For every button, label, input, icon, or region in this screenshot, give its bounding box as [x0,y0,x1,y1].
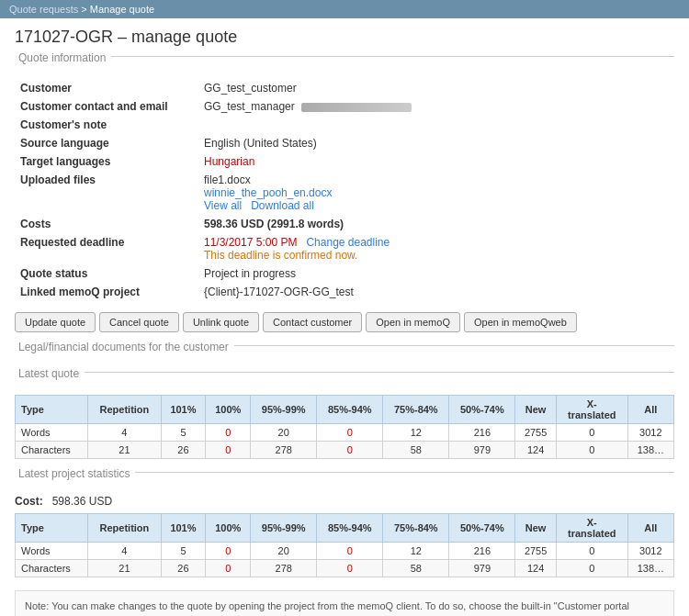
cell-p100: 0 [206,424,251,442]
cell-p7584: 12 [383,543,449,560]
latest-quote-table-container: Type Repetition 101% 100% 95%-99% 85%-94… [15,395,674,459]
cell-p5074: 216 [449,424,515,442]
col-repetition: Repetition [88,396,161,424]
cell-p101: 5 [161,424,206,442]
cell-p8594: 0 [317,543,383,560]
breadcrumb-parent[interactable]: Quote requests [9,4,78,15]
cell-all: 3012 [627,424,673,442]
file2: winnie_the_pooh_en.docx [204,186,669,199]
latest-quote-table: Type Repetition 101% 100% 95%-99% 85%-94… [15,395,674,459]
source-lang-row: Source language English (United States) [15,134,674,152]
status-label: Quote status [15,264,198,283]
col-9599: 95%-99% [251,396,317,424]
cell-xtrans: 0 [556,543,627,560]
contact-customer-button[interactable]: Contact customer [263,312,362,332]
update-quote-button[interactable]: Update quote [15,312,96,332]
source-lang-label: Source language [15,134,198,152]
cell-repetition: 4 [88,424,161,442]
customer-label: Customer [15,79,198,97]
col-5074: 50%-74% [449,396,515,424]
latest-quote-thead: Type Repetition 101% 100% 95%-99% 85%-94… [16,396,674,424]
cost-value: 598.36 USD [52,495,112,508]
quote-info-table: Customer GG_test_customer Customer conta… [15,79,674,301]
cell-all: 138… [627,560,673,577]
file2-link[interactable]: winnie_the_pooh_en.docx [204,186,332,199]
cell-p7584: 58 [383,560,449,577]
target-lang-value: Hungarian [198,152,674,171]
cell-xtrans: 0 [556,424,627,442]
cell-p8594: 0 [317,424,383,442]
cancel-quote-button[interactable]: Cancel quote [99,312,179,332]
cell-p5074: 979 [449,560,515,577]
quote-info-section-header: Quote information [15,56,674,72]
view-all-link[interactable]: View all [204,199,242,212]
cell-p7584: 58 [383,442,449,459]
cell-repetition: 21 [88,442,161,459]
deadline-date: 11/3/2017 5:00 PM [204,236,297,249]
note-box: Note: You can make changes to the quote … [15,590,674,616]
cell-new: 2755 [515,424,556,442]
costs-label: Costs [15,215,198,233]
breadcrumb-separator: > [81,4,89,15]
table-row: Words45020012216275503012 [16,424,674,442]
cell-p7584: 12 [383,424,449,442]
deadline-row: Requested deadline 11/3/2017 5:00 PM Cha… [15,233,674,264]
project-stats-table: Type Repetition 101% 100% 95%-99% 85%-94… [15,513,674,577]
cell-p101: 5 [161,543,206,560]
cell-type: Characters [16,442,88,459]
memoq-value: {Client}-171027-OGR-GG_test [198,283,674,301]
cell-p101: 26 [161,560,206,577]
cell-type: Characters [16,560,88,577]
memoq-label: Linked memoQ project [15,283,198,301]
col-100: 100% [206,514,251,543]
cell-xtrans: 0 [556,560,627,577]
cell-p8594: 0 [317,560,383,577]
note-row: Customer's note [15,116,674,134]
file1: file1.docx [204,174,669,186]
cell-p8594: 0 [317,442,383,459]
col-new: New [515,396,556,424]
files-value: file1.docx winnie_the_pooh_en.docx View … [198,171,674,215]
cell-p9599: 20 [251,424,317,442]
cell-repetition: 4 [88,543,161,560]
cell-p9599: 278 [251,560,317,577]
open-memoqweb-button[interactable]: Open in memoQweb [464,312,577,332]
latest-project-section-header: Latest project statistics [15,472,674,487]
deadline-label: Requested deadline [15,233,198,264]
unlink-quote-button[interactable]: Unlink quote [183,312,259,332]
legal-section-header: Legal/financial documents for the custom… [15,345,674,361]
cell-new: 124 [515,560,556,577]
table-row: Characters212602780589791240138… [16,442,674,459]
col-all: All [627,514,673,543]
files-row: Uploaded files file1.docx winnie_the_poo… [15,171,674,215]
status-row: Quote status Project in progress [15,264,674,283]
cell-p9599: 20 [251,543,317,560]
download-all-link[interactable]: Download all [251,199,314,212]
cost-line: Cost: 598.36 USD [15,495,674,508]
col-xtrans: X-translated [556,514,627,543]
latest-quote-tbody: Words45020012216275503012Characters21260… [16,424,674,459]
cell-p5074: 216 [449,543,515,560]
note-value [198,116,674,134]
change-deadline-link[interactable]: Change deadline [306,236,390,249]
deadline-value: 11/3/2017 5:00 PM Change deadline This d… [198,233,674,264]
customer-value: GG_test_customer [198,79,674,97]
cell-p101: 26 [161,442,206,459]
costs-row: Costs 598.36 USD (2991.8 words) [15,215,674,233]
memoq-row: Linked memoQ project {Client}-171027-OGR… [15,283,674,301]
cell-p100: 0 [206,560,251,577]
col-101: 101% [161,514,206,543]
cell-new: 124 [515,442,556,459]
latest-quote-header-row: Type Repetition 101% 100% 95%-99% 85%-94… [16,396,674,424]
file-actions: View all Download all [204,199,669,212]
col-9599: 95%-99% [251,514,317,543]
col-100: 100% [206,396,251,424]
email-blurred [301,103,412,112]
project-stats-header-row: Type Repetition 101% 100% 95%-99% 85%-94… [16,514,674,543]
open-memoq-button[interactable]: Open in memoQ [366,312,460,332]
top-bar: Quote requests > Manage quote [0,0,689,18]
cell-xtrans: 0 [556,442,627,459]
contact-label: Customer contact and email [15,97,198,116]
contact-value: GG_test_manager [198,97,674,116]
cell-p9599: 278 [251,442,317,459]
